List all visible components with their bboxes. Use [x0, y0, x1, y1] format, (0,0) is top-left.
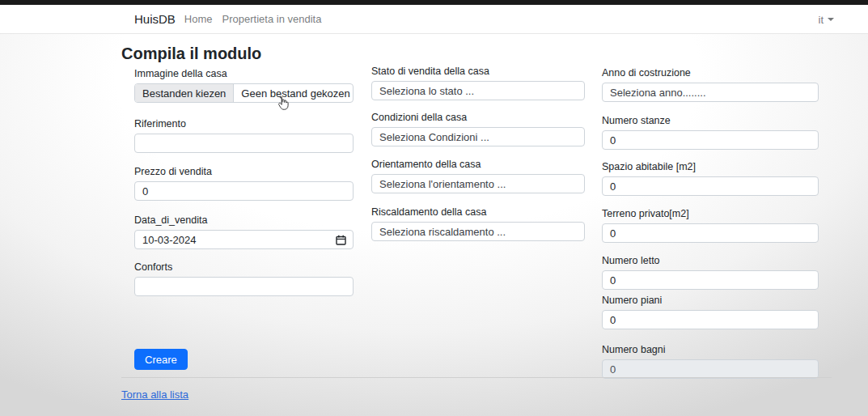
anno-costruzione-select[interactable]: Seleziona anno........ — [602, 83, 819, 102]
condizioni-select[interactable]: Seleziona Condizioni ... — [371, 127, 585, 146]
condizioni-placeholder: Seleziona Condizioni ... — [379, 131, 489, 143]
immagine-label: Immagine della casa — [134, 68, 354, 79]
field-numero-bagni: Numero bagni — [602, 344, 819, 379]
stato-vendita-placeholder: Seleziona lo stato ... — [379, 85, 474, 97]
terreno-privato-input[interactable] — [602, 223, 819, 243]
condizioni-label: Condizioni della casa — [371, 112, 585, 123]
date-value: 10-03-2024 — [142, 234, 197, 246]
numero-letto-label: Numero letto — [602, 255, 819, 266]
prezzo-input[interactable] — [134, 181, 354, 201]
navbar-brand[interactable]: HuisDB — [134, 12, 176, 26]
field-terreno-privato: Terreno privato[m2] — [602, 208, 819, 243]
immagine-file-input[interactable]: Bestanden kiezen Geen bestand gekozen — [134, 83, 354, 103]
orientamento-placeholder: Seleziona l'orientamento ... — [379, 178, 506, 190]
numero-piani-input[interactable] — [602, 310, 819, 329]
field-riscaldamento: Riscaldamento della casa Seleziona risca… — [371, 206, 585, 241]
nav-link-properties[interactable]: Propertieta in vendita — [222, 13, 322, 25]
anno-costruzione-placeholder: Seleziona anno........ — [610, 87, 706, 99]
form-column-left: Immagine della casa Bestanden kiezen Gee… — [134, 68, 354, 296]
caret-down-icon — [828, 18, 834, 21]
riscaldamento-placeholder: Seleziona riscaldamento ... — [379, 226, 506, 238]
app-canvas: HuisDB Home Propertieta in vendita it Co… — [0, 0, 868, 416]
riscaldamento-label: Riscaldamento della casa — [371, 206, 585, 218]
riferimento-input[interactable] — [134, 134, 354, 153]
back-to-list-link[interactable]: Torna alla lista — [121, 388, 188, 401]
field-immagine: Immagine della casa Bestanden kiezen Gee… — [134, 68, 354, 103]
riferimento-label: Riferimento — [134, 118, 354, 129]
conforts-label: Conforts — [134, 261, 354, 273]
anno-costruzione-label: Anno di costruzione — [602, 67, 819, 79]
orientamento-label: Orientamento della casa — [371, 159, 585, 170]
conforts-input[interactable] — [134, 277, 354, 296]
field-spazio-abitabile: Spazio abitabile [m2] — [602, 161, 819, 196]
riscaldamento-select[interactable]: Seleziona riscaldamento ... — [371, 222, 585, 241]
terreno-privato-label: Terreno privato[m2] — [602, 208, 819, 219]
stato-vendita-select[interactable]: Seleziona lo stato ... — [371, 81, 585, 100]
footer-divider — [121, 377, 832, 378]
language-label: it — [819, 14, 824, 26]
field-orientamento: Orientamento della casa Seleziona l'orie… — [371, 159, 585, 193]
spazio-abitabile-input[interactable] — [602, 176, 819, 196]
create-button[interactable]: Creare — [134, 349, 188, 370]
spazio-abitabile-label: Spazio abitabile [m2] — [602, 161, 819, 172]
numero-letto-input[interactable] — [602, 270, 819, 290]
nav-links: Home Propertieta in vendita — [184, 13, 332, 25]
file-choose-button[interactable]: Bestanden kiezen — [135, 84, 234, 102]
field-prezzo: Prezzo di vendita — [134, 166, 354, 201]
numero-stanze-input[interactable] — [602, 130, 819, 150]
nav-link-home[interactable]: Home — [184, 13, 213, 25]
data-di-vendita-label: Data_di_vendita — [134, 214, 354, 226]
page-title: Compila il modulo — [121, 45, 261, 63]
stato-vendita-label: Stato di vendita della casa — [371, 66, 585, 77]
field-stato-vendita: Stato di vendita della casa Seleziona lo… — [371, 66, 585, 100]
language-dropdown[interactable]: it — [819, 5, 835, 34]
field-data-di-vendita: Data_di_vendita 10-03-2024 — [134, 214, 354, 249]
form-column-right: Anno di costruzione Seleziona anno......… — [602, 67, 819, 379]
field-riferimento: Riferimento — [134, 118, 354, 153]
navbar: HuisDB Home Propertieta in vendita it — [0, 5, 868, 34]
numero-piani-label: Numero piani — [602, 295, 819, 306]
form-column-middle: Stato di vendita della casa Seleziona lo… — [371, 66, 585, 241]
numero-bagni-input — [602, 359, 819, 379]
orientamento-select[interactable]: Seleziona l'orientamento ... — [371, 174, 585, 193]
file-status-text: Geen bestand gekozen — [234, 84, 354, 102]
numero-bagni-label: Numero bagni — [602, 344, 819, 355]
field-numero-stanze: Numero stanze — [602, 115, 819, 150]
field-condizioni: Condizioni della casa Seleziona Condizio… — [371, 112, 585, 146]
calendar-icon[interactable] — [336, 235, 346, 245]
field-numero-letto: Numero letto — [602, 255, 819, 290]
data-di-vendita-input[interactable]: 10-03-2024 — [134, 230, 354, 249]
numero-stanze-label: Numero stanze — [602, 115, 819, 126]
field-numero-piani: Numero piani — [602, 295, 819, 329]
field-conforts: Conforts — [134, 261, 354, 296]
prezzo-label: Prezzo di vendita — [134, 166, 354, 177]
field-anno-costruzione: Anno di costruzione Seleziona anno......… — [602, 67, 819, 102]
